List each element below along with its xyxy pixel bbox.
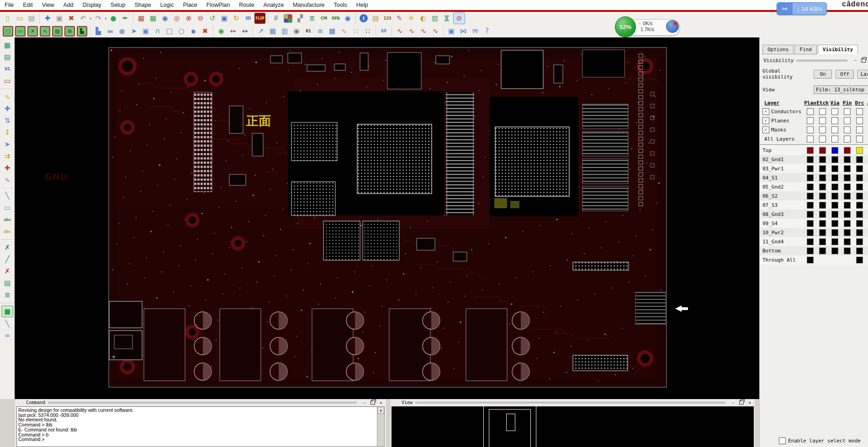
04-s1-swatch-3[interactable] bbox=[831, 174, 838, 181]
copy-shape-icon[interactable]: ▣ bbox=[140, 26, 151, 37]
09-s4-swatch-4[interactable] bbox=[844, 220, 851, 227]
bottom-swatch-4[interactable] bbox=[844, 247, 851, 254]
02-gnd1-swatch-1[interactable] bbox=[807, 156, 814, 163]
05-gnd2-swatch-2[interactable] bbox=[819, 184, 826, 190]
08-gnd3-swatch-2[interactable] bbox=[819, 211, 826, 218]
zoom-previous-icon[interactable]: ↺ bbox=[207, 13, 218, 24]
menu-help[interactable]: Help bbox=[352, 0, 373, 10]
planes-col3-checkbox[interactable] bbox=[831, 117, 838, 124]
flip-design-icon[interactable]: FLIP bbox=[254, 13, 265, 24]
all-layers-col5-checkbox[interactable] bbox=[856, 136, 863, 142]
top-swatch-5[interactable] bbox=[856, 147, 863, 154]
spread-between-icon[interactable]: ⇅ bbox=[2, 115, 13, 126]
grid-toggle-icon[interactable]: # bbox=[270, 13, 281, 24]
view-titlebar[interactable]: ⋮⋮ View — ✕ bbox=[391, 399, 755, 406]
10-pwr2-swatch-2[interactable] bbox=[819, 229, 826, 236]
04-s1-swatch-2[interactable] bbox=[819, 174, 826, 181]
zoom-fit-icon[interactable]: ▣ bbox=[219, 13, 230, 24]
rats-rp-icon[interactable]: RP bbox=[378, 26, 389, 37]
all-layers-col3-checkbox[interactable] bbox=[831, 136, 838, 142]
menu-file[interactable]: File bbox=[0, 0, 18, 10]
zoom-out-icon[interactable]: ⊖ bbox=[195, 13, 206, 24]
menu-tools[interactable]: Tools bbox=[329, 0, 352, 10]
masks-col2-checkbox[interactable] bbox=[819, 126, 826, 133]
menu-route[interactable]: Route bbox=[234, 0, 259, 10]
menu-view[interactable]: View bbox=[37, 0, 59, 10]
06-s2-swatch-4[interactable] bbox=[844, 193, 851, 200]
top-swatch-4[interactable] bbox=[844, 147, 851, 154]
scroll-up-icon[interactable]: ▲ bbox=[377, 407, 384, 414]
rats-line-icon[interactable]: ╲ bbox=[2, 318, 13, 329]
cross-section-icon[interactable]: ≣ bbox=[307, 13, 318, 24]
export-data-icon[interactable]: ↗ bbox=[255, 26, 266, 37]
view-3d-icon[interactable]: 3D bbox=[243, 13, 254, 24]
dim-mode-icon[interactable]: ◐ bbox=[418, 13, 429, 24]
audit-net-2-icon[interactable]: ∿ bbox=[406, 26, 417, 37]
command-scrollbar[interactable]: ▲ bbox=[377, 406, 385, 447]
module-edit-icon[interactable]: ▦ bbox=[267, 26, 278, 37]
menu-flowplan[interactable]: FlowPlan bbox=[202, 0, 234, 10]
add-filled-rect-icon[interactable]: ▬ bbox=[105, 26, 116, 37]
menu-analyze[interactable]: Analyze bbox=[259, 0, 288, 10]
shape-add-rect-icon[interactable]: ▭ bbox=[15, 26, 26, 37]
shape-break-icon[interactable]: ✕ bbox=[27, 26, 38, 37]
top-swatch-2[interactable] bbox=[819, 147, 826, 154]
07-s3-swatch-1[interactable] bbox=[807, 202, 814, 209]
11-gnd4-swatch-3[interactable] bbox=[831, 238, 838, 245]
selection-filter-icon[interactable]: ⊘ bbox=[453, 12, 465, 24]
planes-col5-checkbox[interactable] bbox=[856, 117, 863, 124]
edit-text-icon[interactable]: abc bbox=[2, 226, 13, 237]
03-pwr1-swatch-5[interactable] bbox=[856, 165, 863, 172]
grid-points-icon[interactable]: ▦ bbox=[136, 13, 147, 24]
menu-add[interactable]: Add bbox=[59, 0, 78, 10]
minimize-icon[interactable]: — bbox=[730, 400, 736, 405]
reports-icon[interactable]: ≡ bbox=[315, 26, 326, 37]
02-gnd1-swatch-2[interactable] bbox=[819, 156, 826, 163]
08-gnd3-swatch-5[interactable] bbox=[856, 211, 863, 218]
menu-display[interactable]: Display bbox=[78, 0, 106, 10]
tab-options[interactable]: Options bbox=[762, 45, 794, 54]
highlight-icon[interactable]: ● bbox=[108, 13, 119, 24]
download-speed-badge[interactable]: ⚯ ↓ 14 KB/s bbox=[777, 2, 827, 15]
measure-x-icon[interactable]: ↔ bbox=[228, 26, 238, 37]
param-dialog-icon[interactable]: ▩ bbox=[327, 26, 338, 37]
masks-col3-checkbox[interactable] bbox=[831, 126, 838, 133]
slide-icon[interactable]: ∿ bbox=[2, 91, 13, 102]
03-pwr1-swatch-2[interactable] bbox=[819, 165, 826, 172]
global-off-button[interactable]: Off bbox=[836, 70, 854, 79]
02-gnd1-swatch-5[interactable] bbox=[856, 156, 863, 163]
world-view-icon[interactable]: ◉ bbox=[342, 13, 353, 24]
minimize-icon[interactable]: — bbox=[361, 400, 368, 405]
datatips-icon[interactable]: ▥ bbox=[429, 13, 440, 24]
checkbox-planes[interactable]: ✓ bbox=[762, 117, 769, 124]
command-titlebar[interactable]: ⋮⋮ Command — ✕ bbox=[15, 399, 386, 406]
net-line-icon[interactable]: ╱ bbox=[2, 254, 13, 265]
small-rect-icon[interactable]: ▪ bbox=[188, 26, 199, 37]
close-icon[interactable]: ✕ bbox=[746, 400, 753, 405]
net-schedule-icon[interactable]: ✗ bbox=[2, 242, 13, 253]
planes-col1-checkbox[interactable] bbox=[807, 117, 814, 124]
probe-icon[interactable]: ∿ bbox=[339, 26, 349, 37]
masks-col1-checkbox[interactable] bbox=[807, 126, 814, 133]
04-s1-swatch-4[interactable] bbox=[844, 174, 851, 181]
pad-array-icon[interactable]: ∷ bbox=[350, 26, 361, 37]
planes-col4-checkbox[interactable] bbox=[844, 117, 851, 124]
add-text-icon[interactable]: abc bbox=[2, 214, 13, 225]
all-layers-col1-checkbox[interactable] bbox=[807, 136, 814, 142]
open-file-icon[interactable]: ▭ bbox=[14, 13, 25, 24]
layer-color-icon[interactable]: ■ bbox=[1, 305, 13, 317]
audit-net-3-icon[interactable]: ∿ bbox=[418, 26, 429, 37]
bottom-swatch-3[interactable] bbox=[831, 247, 838, 254]
bottom-swatch-1[interactable] bbox=[807, 247, 814, 254]
percent-badge[interactable]: 52% bbox=[615, 16, 636, 37]
09-s4-swatch-1[interactable] bbox=[807, 220, 814, 227]
move-icon[interactable]: ✚ bbox=[42, 13, 53, 24]
bottom-swatch-2[interactable] bbox=[819, 247, 826, 254]
through-all-swatch-1[interactable] bbox=[807, 257, 814, 263]
design-edit-icon[interactable]: ▦ bbox=[2, 40, 13, 51]
07-s3-swatch-3[interactable] bbox=[831, 202, 838, 209]
02-gnd1-swatch-4[interactable] bbox=[844, 156, 851, 163]
02-gnd1-swatch-3[interactable] bbox=[831, 156, 838, 163]
arc-corner-icon[interactable]: ∩ bbox=[152, 26, 163, 37]
restore-icon[interactable] bbox=[370, 400, 376, 405]
